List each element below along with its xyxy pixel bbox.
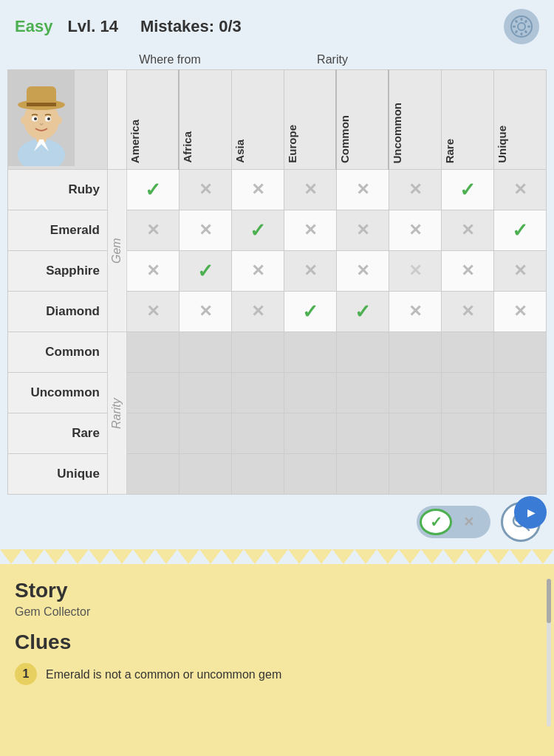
svg-point-23 [56, 117, 62, 124]
cell-rare-unique[interactable] [493, 413, 546, 454]
cell-uncommon-africa[interactable] [179, 373, 231, 413]
check-toggle[interactable]: ✓ [420, 509, 452, 535]
gear-button[interactable] [504, 9, 539, 44]
cell-sapphire-asia[interactable]: ✕ [231, 251, 284, 292]
svg-rect-17 [27, 103, 56, 106]
cell-ruby-rare[interactable]: ✓ [441, 170, 493, 210]
where-from-label: Where from [89, 53, 251, 68]
cell-uncommon-uncommon[interactable] [389, 373, 441, 413]
cell-emerald-unique[interactable]: ✓ [493, 210, 546, 251]
cell-unique-asia[interactable] [231, 454, 284, 495]
cell-diamond-unique[interactable]: ✕ [493, 292, 546, 332]
row-label-ruby: Ruby [8, 170, 108, 210]
cell-ruby-unique[interactable]: ✕ [493, 170, 546, 210]
level-label: Lvl. 14 [67, 17, 117, 36]
cell-emerald-africa[interactable]: ✕ [179, 210, 231, 251]
cell-unique-america[interactable] [126, 454, 179, 495]
row-label-sapphire: Sapphire [8, 251, 108, 292]
cell-ruby-europe[interactable]: ✕ [284, 170, 336, 210]
cell-uncommon-europe[interactable] [284, 373, 336, 413]
cell-diamond-common[interactable]: ✓ [336, 292, 389, 332]
cell-unique-unique[interactable] [493, 454, 546, 495]
clue-number: 1 [15, 663, 37, 685]
col-header-uncommon: Uncommon [389, 70, 441, 170]
cell-ruby-africa[interactable]: ✕ [179, 170, 231, 210]
x-toggle[interactable]: ✕ [455, 509, 482, 535]
play-button[interactable]: ▶ [514, 496, 547, 529]
clues-title: Clues [15, 630, 539, 654]
cell-sapphire-africa[interactable]: ✓ [179, 251, 231, 292]
cell-emerald-common[interactable]: ✕ [336, 210, 389, 251]
cell-sapphire-rare[interactable]: ✕ [441, 251, 493, 292]
cell-emerald-america[interactable]: ✕ [126, 210, 179, 251]
cell-common-unique[interactable] [493, 332, 546, 373]
cell-common-uncommon[interactable] [389, 332, 441, 373]
cell-unique-rare[interactable] [441, 454, 493, 495]
cell-sapphire-unique[interactable]: ✕ [493, 251, 546, 292]
cell-sapphire-uncommon[interactable]: ✕ [389, 251, 441, 292]
puzzle-grid: America Africa Asia Europe Common Uncomm… [7, 69, 547, 495]
side-group-rarity: Rarity [107, 332, 126, 495]
cell-sapphire-america[interactable]: ✕ [126, 251, 179, 292]
cell-unique-uncommon[interactable] [389, 454, 441, 495]
table-row: Unique [8, 454, 547, 495]
cell-common-europe[interactable] [284, 332, 336, 373]
cell-common-africa[interactable] [179, 332, 231, 373]
svg-rect-1 [521, 18, 523, 21]
cell-rare-america[interactable] [126, 413, 179, 454]
cell-ruby-asia[interactable]: ✕ [231, 170, 284, 210]
svg-point-22 [21, 117, 27, 124]
cell-ruby-america[interactable]: ✓ [126, 170, 179, 210]
table-row: Common Rarity [8, 332, 547, 373]
cell-uncommon-asia[interactable] [231, 373, 284, 413]
cell-common-common[interactable] [336, 332, 389, 373]
cell-unique-common[interactable] [336, 454, 389, 495]
col-header-rare: Rare [441, 70, 493, 170]
cell-emerald-asia[interactable]: ✓ [231, 210, 284, 251]
cell-rare-uncommon[interactable] [389, 413, 441, 454]
cell-sapphire-common[interactable]: ✕ [336, 251, 389, 292]
cell-diamond-africa[interactable]: ✕ [179, 292, 231, 332]
cell-rare-africa[interactable] [179, 413, 231, 454]
cell-diamond-europe[interactable]: ✓ [284, 292, 336, 332]
search-play-wrapper: ▶ [501, 502, 541, 542]
scrollbar-thumb[interactable] [547, 579, 551, 623]
svg-rect-3 [513, 26, 516, 28]
cell-diamond-asia[interactable]: ✕ [231, 292, 284, 332]
cell-rare-rare[interactable] [441, 413, 493, 454]
cell-rare-asia[interactable] [231, 413, 284, 454]
header: Easy Lvl. 14 Mistakes: 0/3 [0, 0, 554, 53]
cell-sapphire-europe[interactable]: ✕ [284, 251, 336, 292]
scrollbar[interactable] [547, 579, 551, 726]
cell-ruby-common[interactable]: ✕ [336, 170, 389, 210]
cell-unique-africa[interactable] [179, 454, 231, 495]
col-header-unique: Unique [493, 70, 546, 170]
cell-ruby-uncommon[interactable]: ✕ [389, 170, 441, 210]
cell-diamond-america[interactable]: ✕ [126, 292, 179, 332]
cell-unique-europe[interactable] [284, 454, 336, 495]
cell-emerald-europe[interactable]: ✕ [284, 210, 336, 251]
row-label-common: Common [8, 332, 108, 373]
cell-uncommon-america[interactable] [126, 373, 179, 413]
toggle-button[interactable]: ✓ ✕ [417, 506, 490, 538]
side-group-spacer [107, 70, 126, 170]
cell-diamond-uncommon[interactable]: ✕ [389, 292, 441, 332]
cell-uncommon-unique[interactable] [493, 373, 546, 413]
table-row: Diamond ✕ ✕ ✕ ✓ ✓ ✕ ✕ ✕ [8, 292, 547, 332]
row-label-diamond: Diamond [8, 292, 108, 332]
column-header-row: America Africa Asia Europe Common Uncomm… [8, 70, 547, 170]
story-title: Story [15, 579, 539, 602]
row-label-emerald: Emerald [8, 210, 108, 251]
cell-rare-common[interactable] [336, 413, 389, 454]
row-label-unique: Unique [8, 454, 108, 495]
cell-emerald-uncommon[interactable]: ✕ [389, 210, 441, 251]
cell-rare-europe[interactable] [284, 413, 336, 454]
cell-common-america[interactable] [126, 332, 179, 373]
side-group-gem: Gem [107, 170, 126, 332]
cell-diamond-rare[interactable]: ✕ [441, 292, 493, 332]
cell-common-asia[interactable] [231, 332, 284, 373]
cell-common-rare[interactable] [441, 332, 493, 373]
cell-uncommon-rare[interactable] [441, 373, 493, 413]
cell-uncommon-common[interactable] [336, 373, 389, 413]
cell-emerald-rare[interactable]: ✕ [441, 210, 493, 251]
